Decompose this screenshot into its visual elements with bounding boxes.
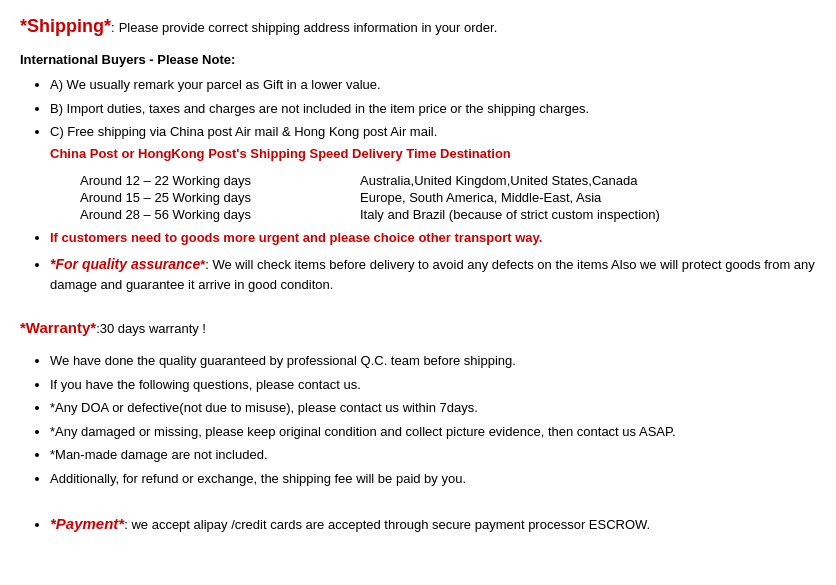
warranty-bullet-2: If you have the following questions, ple… [50,375,816,395]
shipping-row: Around 15 – 25 Working daysEurope, South… [80,190,816,205]
payment-title: *Payment* [50,515,124,532]
bullet-a: A) We usually remark your parcel as Gift… [50,75,816,95]
urgent-note: If customers need to goods more urgent a… [50,228,816,248]
shipping-time: Around 12 – 22 Working days [80,173,360,188]
urgent-list: If customers need to goods more urgent a… [50,228,816,294]
warranty-bullet-3: *Any DOA or defective(not due to misuse)… [50,398,816,418]
shipping-dest: Europe, South America, Middle-East, Asia [360,190,601,205]
shipping-row: Around 12 – 22 Working daysAustralia,Uni… [80,173,816,188]
warranty-text: :30 days warranty ! [96,321,206,336]
warranty-bullet-6: Additionally, for refund or exchange, th… [50,469,816,489]
shipping-dest: Italy and Brazil (because of strict cust… [360,207,660,222]
warranty-section: *Warranty*:30 days warranty ! [20,319,816,336]
shipping-row: Around 28 – 56 Working daysItaly and Bra… [80,207,816,222]
warranty-bullet-1: We have done the quality guaranteed by p… [50,351,816,371]
page-title: *Shipping*:Please provide correct shippi… [20,16,816,37]
shipping-time: Around 15 – 25 Working days [80,190,360,205]
warranty-title: *Warranty* [20,319,96,336]
quality-assurance: *For quality assurance*: We will check i… [50,254,816,295]
international-title: International Buyers - Please Note: [20,52,816,67]
bullet-c: C) Free shipping via China post Air mail… [50,122,816,163]
china-post-title: China Post or HongKong Post's Shipping S… [50,146,511,161]
quality-title: *For quality assurance [50,256,200,272]
warranty-bullets: We have done the quality guaranteed by p… [50,351,816,488]
warranty-bullet-4: *Any damaged or missing, please keep ori… [50,422,816,442]
payment-item: *Payment*: we accept alipay /credit card… [50,513,816,536]
shipping-colon: : [111,20,115,35]
payment-list: *Payment*: we accept alipay /credit card… [50,513,816,536]
international-bullets: A) We usually remark your parcel as Gift… [50,75,816,163]
warranty-bullet-5: *Man-made damage are not included. [50,445,816,465]
bullet-b: B) Import duties, taxes and charges are … [50,99,816,119]
shipping-heading: *Shipping* [20,16,111,36]
shipping-dest: Australia,United Kingdom,United States,C… [360,173,638,188]
shipping-subtitle: Please provide correct shipping address … [119,20,498,35]
shipping-time: Around 28 – 56 Working days [80,207,360,222]
payment-text: : we accept alipay /credit cards are acc… [124,517,650,532]
